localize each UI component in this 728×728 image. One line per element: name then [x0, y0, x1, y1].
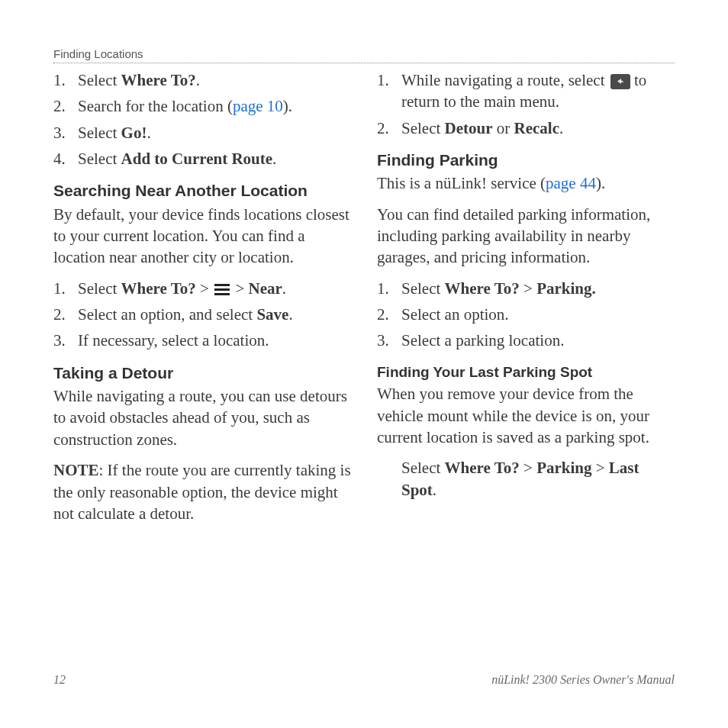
section-title-searching-near: Searching Near Another Location — [53, 180, 351, 201]
menu-icon — [214, 284, 230, 295]
section-title-detour: Taking a Detour — [53, 362, 351, 384]
list-item: While navigating a route, select to retu… — [377, 69, 675, 113]
page-link[interactable]: page 10 — [233, 97, 283, 115]
right-column: While navigating a route, select to retu… — [377, 68, 675, 533]
list-item: Search for the location (page 10). — [53, 95, 351, 117]
list-item: Select Where To? > Parking. — [377, 278, 675, 299]
list-item: Select Detour or Recalc. — [377, 118, 675, 139]
manual-title: nüLink! 2300 Series Owner's Manual — [491, 673, 675, 687]
indented-step: Select Where To? > Parking > Last Spot. — [401, 457, 675, 501]
list-item: Select Where To?. — [53, 69, 351, 91]
detour-steps-list: While navigating a route, select to retu… — [377, 69, 675, 139]
subsection-title-last-spot: Finding Your Last Parking Spot — [377, 362, 675, 382]
svg-rect-0 — [214, 284, 230, 286]
svg-rect-1 — [214, 288, 230, 291]
list-item: If necessary, select a location. — [53, 330, 351, 351]
page-footer: 12 nüLink! 2300 Series Owner's Manual — [53, 673, 675, 687]
paragraph: While navigating a route, you can use de… — [53, 385, 351, 450]
list-item: Select an option, and select Save. — [53, 304, 351, 325]
list-item: Select a parking location. — [377, 330, 675, 351]
list-item: Select Go!. — [53, 122, 351, 143]
paragraph: This is a nüLink! service (page 44). — [377, 172, 675, 194]
list-item: Select Where To? > > Near. — [53, 278, 351, 299]
near-list: Select Where To? > > Near. Select an opt… — [53, 278, 351, 352]
intro-list: Select Where To?. Search for the locatio… — [53, 69, 351, 169]
page-link[interactable]: page 44 — [546, 174, 596, 192]
parking-list: Select Where To? > Parking. Select an op… — [377, 278, 675, 352]
page-header: Finding Locations — [53, 47, 675, 63]
paragraph: By default, your device finds locations … — [53, 204, 351, 269]
svg-rect-2 — [214, 293, 230, 295]
paragraph: When you remove your device from the veh… — [377, 383, 675, 448]
paragraph: You can find detailed parking informatio… — [377, 204, 675, 269]
note-paragraph: NOTE: If the route you are currently tak… — [53, 459, 351, 524]
content-columns: Select Where To?. Search for the locatio… — [53, 68, 675, 533]
back-icon — [610, 74, 630, 89]
section-title-parking: Finding Parking — [377, 150, 675, 171]
left-column: Select Where To?. Search for the locatio… — [53, 68, 351, 533]
list-item: Select Add to Current Route. — [53, 148, 351, 169]
list-item: Select an option. — [377, 304, 675, 325]
page-number: 12 — [53, 673, 66, 687]
